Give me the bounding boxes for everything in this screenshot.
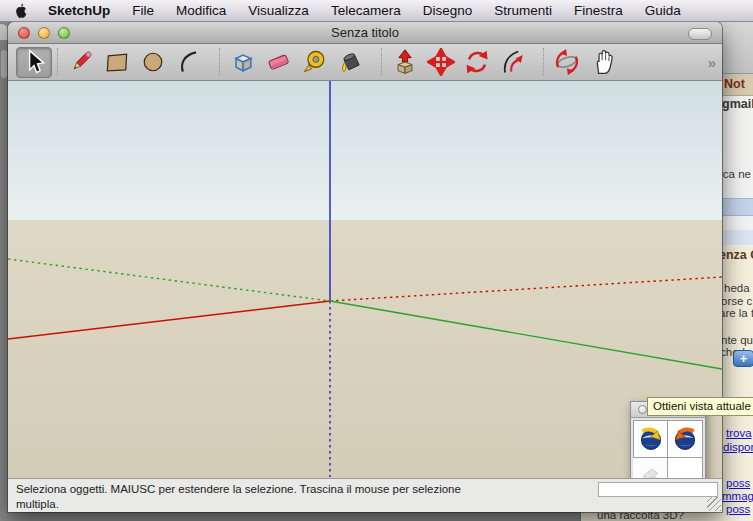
close-button[interactable] bbox=[18, 27, 30, 39]
toolbar-separator bbox=[57, 48, 58, 76]
orbit-icon bbox=[553, 48, 581, 76]
tool-pan-button[interactable] bbox=[585, 47, 621, 78]
blue-box-icon bbox=[229, 48, 257, 76]
tooltip: Ottieni vista attuale bbox=[647, 397, 753, 416]
window-title: Senza titolo bbox=[8, 25, 722, 40]
get-current-view-button[interactable] bbox=[633, 420, 668, 458]
toolbar-separator bbox=[219, 48, 220, 76]
red-axis-dotted bbox=[330, 277, 722, 301]
menu-disegno[interactable]: Disegno bbox=[412, 0, 484, 21]
hand-icon bbox=[589, 48, 617, 76]
title-bar[interactable]: Senza titolo bbox=[8, 22, 722, 44]
green-axis-dotted bbox=[8, 259, 330, 301]
status-message: Seleziona oggetti. MAIUSC per estendere … bbox=[16, 482, 496, 512]
link-trova[interactable]: trova bbox=[726, 427, 752, 439]
axes-overlay bbox=[8, 81, 722, 478]
paint-bucket-icon bbox=[337, 48, 365, 76]
toolbar-toggle-pill[interactable] bbox=[688, 28, 712, 40]
offset-icon bbox=[499, 48, 527, 76]
fragment-gmail: gmail bbox=[722, 97, 753, 111]
link-poss-2[interactable]: poss bbox=[726, 503, 750, 515]
palette-cell-covered[interactable] bbox=[668, 458, 703, 478]
menu-file[interactable]: File bbox=[121, 0, 165, 21]
fragment-search: rca ne bbox=[719, 168, 751, 180]
tool-line-button[interactable] bbox=[63, 47, 99, 78]
menu-visualizza[interactable]: Visualizza bbox=[237, 0, 320, 21]
tool-rotate-button[interactable] bbox=[459, 47, 495, 78]
menu-guida[interactable]: Guida bbox=[634, 0, 692, 21]
drawing-viewport[interactable] bbox=[8, 81, 722, 478]
tool-arc-button[interactable] bbox=[171, 47, 207, 78]
circle-icon bbox=[139, 48, 167, 76]
tool-circle-button[interactable] bbox=[135, 47, 171, 78]
zoom-button[interactable] bbox=[58, 27, 70, 39]
toolbar-separator bbox=[381, 48, 382, 76]
cursor-arrow-icon bbox=[20, 48, 48, 76]
add-button[interactable]: + bbox=[733, 350, 753, 367]
fragment-section-header: enza G bbox=[719, 248, 753, 262]
link-dispon[interactable]: dispon bbox=[723, 441, 753, 453]
menu-telecamera[interactable]: Telecamera bbox=[320, 0, 412, 21]
green-axis-solid bbox=[330, 301, 722, 369]
menu-strumenti[interactable]: Strumenti bbox=[483, 0, 563, 21]
menu-bar: SketchUp File Modifica Visualizza Teleca… bbox=[0, 0, 753, 22]
push-pull-icon bbox=[391, 48, 419, 76]
menu-finestra[interactable]: Finestra bbox=[563, 0, 634, 21]
link-poss-1[interactable]: poss bbox=[726, 477, 750, 489]
status-bar: Seleziona oggetti. MAIUSC per estendere … bbox=[8, 478, 722, 512]
tool-move-button[interactable] bbox=[423, 47, 459, 78]
fragment-line: heda bbox=[724, 282, 750, 294]
tape-measure-icon bbox=[301, 48, 329, 76]
link-mmag[interactable]: mmag bbox=[722, 490, 753, 502]
tool-tape-measure-button[interactable] bbox=[297, 47, 333, 78]
rectangle-icon bbox=[103, 48, 131, 76]
fragment-line: orse c bbox=[721, 295, 752, 307]
sketchup-window: Senza titolo bbox=[8, 22, 722, 512]
background-window-edge bbox=[1, 50, 7, 78]
share-view-button[interactable] bbox=[668, 420, 703, 458]
rotate-icon bbox=[463, 48, 491, 76]
move-arrows-icon bbox=[427, 48, 455, 76]
globe-orange-arrow-icon bbox=[671, 425, 699, 453]
tool-make-component-button[interactable] bbox=[225, 47, 261, 78]
toolbar-overflow-chevron[interactable]: » bbox=[708, 54, 714, 71]
tool-orbit-button[interactable] bbox=[549, 47, 585, 78]
pencil-icon bbox=[67, 48, 95, 76]
red-axis-solid bbox=[8, 301, 330, 339]
tool-offset-button[interactable] bbox=[495, 47, 531, 78]
tool-push-pull-button[interactable] bbox=[387, 47, 423, 78]
toolbar-separator bbox=[543, 48, 544, 76]
globe-yellow-arrow-icon bbox=[637, 425, 665, 453]
arc-icon bbox=[175, 48, 203, 76]
menu-modifica[interactable]: Modifica bbox=[165, 0, 237, 21]
toggle-terrain-button[interactable] bbox=[633, 458, 668, 478]
resize-grip-icon[interactable] bbox=[707, 497, 721, 511]
tool-rectangle-button[interactable] bbox=[99, 47, 135, 78]
apple-logo-icon[interactable] bbox=[14, 3, 28, 19]
terrain-icon bbox=[636, 463, 664, 479]
menu-sketchup[interactable]: SketchUp bbox=[37, 0, 121, 21]
palette-close-button[interactable] bbox=[638, 405, 647, 414]
tool-eraser-button[interactable] bbox=[261, 47, 297, 78]
toolbar: » bbox=[8, 44, 722, 81]
fragment-line: nte qu bbox=[721, 334, 753, 346]
minimize-button[interactable] bbox=[38, 27, 50, 39]
eraser-icon bbox=[265, 48, 293, 76]
fragment-note-header: Not bbox=[724, 77, 745, 91]
fragment-line: are la t bbox=[719, 307, 753, 319]
tool-paint-bucket-button[interactable] bbox=[333, 47, 369, 78]
measurements-input[interactable] bbox=[598, 482, 718, 497]
tool-select-button[interactable] bbox=[16, 47, 52, 78]
